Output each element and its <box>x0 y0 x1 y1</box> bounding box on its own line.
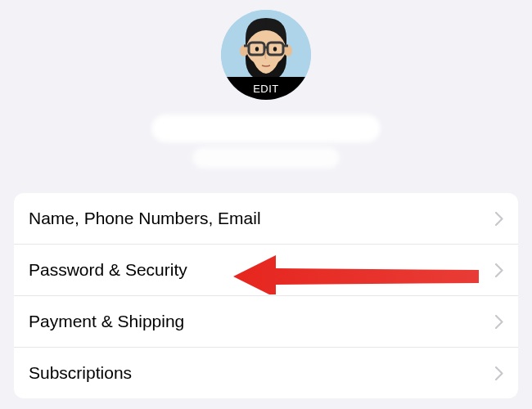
svg-point-10 <box>273 47 277 52</box>
profile-name-redacted <box>151 115 381 169</box>
row-label: Payment & Shipping <box>29 312 184 331</box>
profile-avatar[interactable]: EDIT <box>221 10 311 100</box>
apple-id-settings: EDIT Name, Phone Numbers, Email Password… <box>0 0 532 398</box>
row-label: Name, Phone Numbers, Email <box>29 209 261 228</box>
row-name-phone-email[interactable]: Name, Phone Numbers, Email <box>14 193 518 245</box>
profile-header: EDIT <box>0 10 532 193</box>
settings-list: Name, Phone Numbers, Email Password & Se… <box>14 193 518 398</box>
row-password-security[interactable]: Password & Security <box>14 245 518 296</box>
chevron-right-icon <box>495 315 503 329</box>
edit-avatar-button[interactable]: EDIT <box>221 77 311 100</box>
row-subscriptions[interactable]: Subscriptions <box>14 348 518 398</box>
chevron-right-icon <box>495 263 503 277</box>
row-label: Subscriptions <box>29 363 132 383</box>
display-name-placeholder <box>151 115 381 142</box>
row-label: Password & Security <box>29 260 187 280</box>
chevron-right-icon <box>495 212 503 226</box>
apple-id-placeholder <box>192 147 340 169</box>
chevron-right-icon <box>495 366 503 380</box>
row-payment-shipping[interactable]: Payment & Shipping <box>14 296 518 348</box>
svg-point-9 <box>255 47 259 52</box>
